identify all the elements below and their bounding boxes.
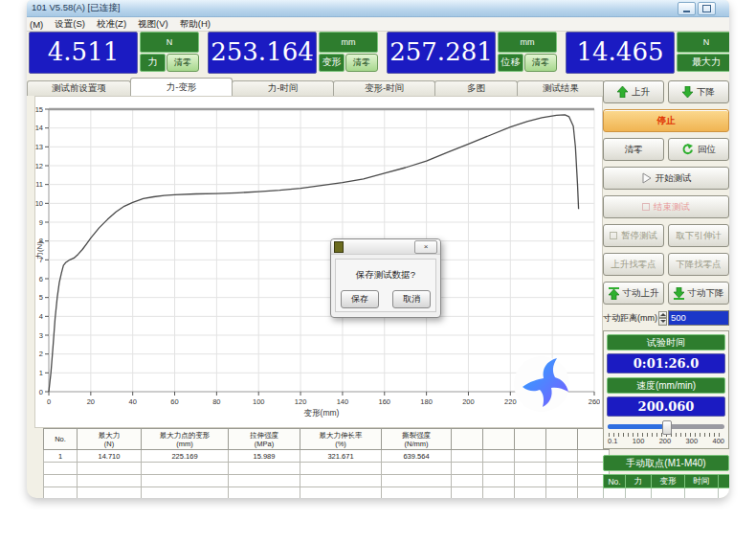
control-buttons: 上升下降停止清零回位开始测试结束测试暂停测试取下引伸计上升找零点下降找零点寸动上… xyxy=(603,80,729,305)
return-button[interactable]: 回位 xyxy=(668,138,729,161)
up-arrow-icon xyxy=(617,86,628,98)
dialog-title-bar: × xyxy=(331,239,440,255)
dialog-close-button[interactable]: × xyxy=(414,240,437,254)
svg-text:1: 1 xyxy=(39,369,43,377)
minimize-icon xyxy=(683,11,690,12)
display-channel-label: 最大力 xyxy=(677,54,729,73)
remove-extensometer-button[interactable]: 取下引伸计 xyxy=(668,224,729,247)
up-find-zero-button[interactable]: 上升找零点 xyxy=(603,253,664,276)
clear-zero-button[interactable]: 清零 xyxy=(345,54,378,73)
display-group-3: 14.465 N最大力 xyxy=(566,32,729,74)
pause-test-button[interactable]: 暂停测试 xyxy=(603,224,664,247)
force-deformation-curve xyxy=(49,115,579,392)
jog-distance-input[interactable]: 500 xyxy=(668,310,729,326)
svg-text:3: 3 xyxy=(39,331,43,340)
play-icon xyxy=(641,172,652,184)
speed-header: 速度(mm/min) xyxy=(607,377,725,394)
svg-text:2: 2 xyxy=(39,350,43,358)
pause-box-icon xyxy=(610,232,617,239)
test-time-header: 试验时间 xyxy=(607,334,725,351)
results-col-header: 最大力点的变形(mm) xyxy=(142,429,229,450)
small-box-icon xyxy=(642,203,650,211)
dialog-buttons: 保存 取消 xyxy=(341,290,431,308)
display-group-0: 4.511 N力 清零 xyxy=(29,32,199,74)
unit-label: mm xyxy=(498,32,557,53)
force-deformation-chart: 0123456789101112131415020406080100120140… xyxy=(35,97,600,425)
start-test-button[interactable]: 开始测试 xyxy=(603,167,729,190)
menu-item-0[interactable]: (M) xyxy=(30,19,43,30)
unit-label: N xyxy=(140,32,199,53)
menu-item-1[interactable]: 设置(S) xyxy=(55,18,85,31)
down-button[interactable]: 下降 xyxy=(668,80,729,103)
svg-text:220: 220 xyxy=(504,397,517,406)
tab-3[interactable]: 变形-时间 xyxy=(333,80,435,96)
jog-up-button[interactable]: 寸动上升 xyxy=(603,282,664,305)
manual-col-header xyxy=(719,475,730,488)
stop-button[interactable]: 停止 xyxy=(603,109,729,132)
svg-text:20: 20 xyxy=(87,397,95,406)
cancel-button[interactable]: 取消 xyxy=(392,290,431,308)
svg-text:160: 160 xyxy=(379,397,391,406)
tab-1[interactable]: 力-变形 xyxy=(130,78,233,96)
slider-thumb[interactable] xyxy=(662,420,672,435)
window-title: 101 V5.58(A) [已连接] xyxy=(32,2,120,14)
menu-item-2[interactable]: 校准(Z) xyxy=(97,18,126,31)
slider-scale-label: 0.1 xyxy=(608,437,617,445)
results-table: No.最大力(N)最大力点的变形(mm)拉伸强度(MPa)最大力伸长率(%)撕裂… xyxy=(43,428,610,498)
display-channel-label: 变形 xyxy=(319,54,345,73)
dialog-message: 保存测试数据? xyxy=(356,269,415,282)
maximize-button[interactable] xyxy=(698,2,716,15)
menu-bar: (M)设置(S)校准(Z)视图(V)帮助(H) xyxy=(27,17,729,32)
svg-text:5: 5 xyxy=(39,293,43,302)
minimize-button[interactable] xyxy=(678,2,696,15)
slider-fill xyxy=(608,424,663,429)
chart-area: 0123456789101112131415020406080100120140… xyxy=(34,96,603,428)
svg-text:6: 6 xyxy=(39,275,43,283)
jog-spinner[interactable] xyxy=(658,311,667,326)
svg-text:10: 10 xyxy=(35,199,43,208)
jog-down-button[interactable]: 寸动下降 xyxy=(668,282,729,305)
clear-zero-button[interactable]: 清零 xyxy=(167,54,199,73)
svg-text:15: 15 xyxy=(35,105,43,114)
results-col-header xyxy=(546,429,578,450)
svg-text:14: 14 xyxy=(35,124,43,132)
save-dialog: × 保存测试数据? 保存 取消 xyxy=(330,238,441,318)
manual-points-header: 手动取点(M1-M40) xyxy=(603,455,729,471)
results-col-header: No. xyxy=(44,429,78,450)
results-col-header: 拉伸强度(MPa) xyxy=(229,429,300,450)
tab-4[interactable]: 多图 xyxy=(434,80,518,96)
manual-points-table: No.力变形时间 xyxy=(603,474,729,498)
zero-button[interactable]: 清零 xyxy=(603,138,664,161)
tab-5[interactable]: 测试结果 xyxy=(517,80,605,96)
tab-2[interactable]: 力-时间 xyxy=(232,80,334,96)
lcd-value: 14.465 xyxy=(566,32,675,74)
end-test-button[interactable]: 结束测试 xyxy=(603,195,729,218)
return-arrow-icon xyxy=(681,144,694,156)
display-channel-label: 力 xyxy=(140,54,166,73)
menu-item-4[interactable]: 帮助(H) xyxy=(180,18,211,31)
slider-scale-label: 300 xyxy=(686,437,699,445)
spinner-up-icon[interactable] xyxy=(658,311,667,319)
svg-text:力(N): 力(N) xyxy=(35,241,44,260)
bird-logo-icon xyxy=(514,356,569,412)
up-button[interactable]: 上升 xyxy=(603,80,664,103)
manual-col-header: 力 xyxy=(626,475,652,488)
tab-0[interactable]: 测试前设置项 xyxy=(27,80,131,96)
unit-label: N xyxy=(677,32,729,53)
spinner-down-icon[interactable] xyxy=(658,318,667,326)
results-col-header xyxy=(515,429,546,450)
svg-text:变形(mm): 变形(mm) xyxy=(304,408,340,418)
save-button[interactable]: 保存 xyxy=(341,290,379,308)
results-col-header xyxy=(483,429,515,450)
manual-points-header-row: No.力变形时间 xyxy=(604,475,730,488)
menu-item-3[interactable]: 视图(V) xyxy=(138,18,168,31)
manual-points-row xyxy=(604,488,730,499)
clear-zero-button[interactable]: 清零 xyxy=(524,54,557,73)
speed-slider[interactable] xyxy=(608,420,724,432)
down-find-zero-button[interactable]: 下降找零点 xyxy=(668,253,729,276)
svg-text:13: 13 xyxy=(35,143,43,151)
svg-text:0: 0 xyxy=(39,388,43,396)
svg-text:12: 12 xyxy=(35,162,43,170)
svg-text:260: 260 xyxy=(589,397,600,406)
jog-up-arrow-icon xyxy=(609,287,619,300)
